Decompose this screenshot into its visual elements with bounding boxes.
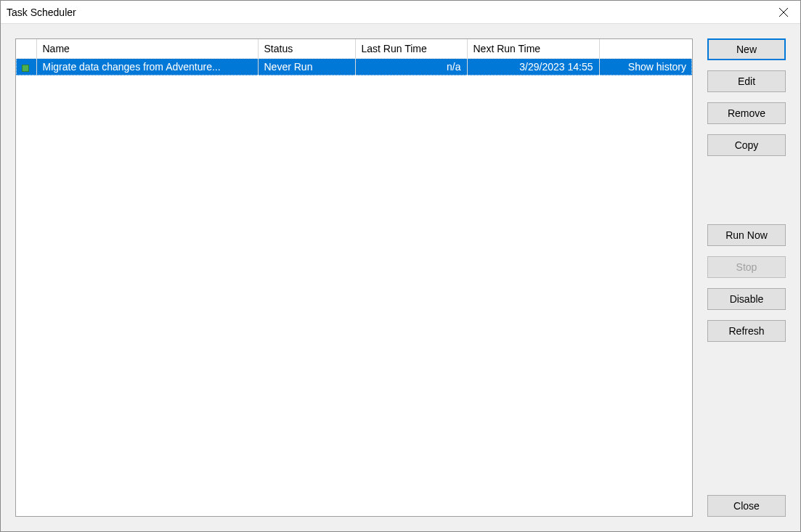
- run-now-button[interactable]: Run Now: [707, 224, 786, 246]
- edit-button[interactable]: Edit: [707, 70, 786, 92]
- copy-button[interactable]: Copy: [707, 134, 786, 156]
- column-header-status[interactable]: Status: [258, 39, 355, 58]
- task-table-container: Name Status Last Run Time Next Run Time …: [15, 38, 693, 517]
- titlebar: Task Scheduler: [1, 1, 800, 24]
- remove-button[interactable]: Remove: [707, 102, 786, 124]
- new-button[interactable]: New: [707, 38, 786, 60]
- task-action-cell: Show history: [599, 58, 692, 75]
- task-scheduler-window: Task Scheduler: [0, 0, 801, 532]
- spacer: [707, 352, 786, 495]
- task-next-run-cell: 3/29/2023 14:55: [467, 58, 599, 75]
- task-status-icon: [22, 65, 29, 72]
- column-header-action[interactable]: [599, 39, 692, 58]
- close-button[interactable]: Close: [707, 495, 786, 517]
- table-header-row: Name Status Last Run Time Next Run Time: [16, 39, 692, 58]
- refresh-button[interactable]: Refresh: [707, 320, 786, 342]
- spacer: [707, 166, 786, 224]
- task-name-cell: Migrate data changes from Adventure...: [36, 58, 258, 75]
- show-history-link[interactable]: Show history: [628, 61, 686, 73]
- column-header-icon[interactable]: [16, 39, 36, 58]
- column-header-last-run[interactable]: Last Run Time: [355, 39, 467, 58]
- window-title: Task Scheduler: [7, 7, 76, 18]
- table-row[interactable]: Migrate data changes from Adventure... N…: [16, 58, 692, 75]
- task-status-icon-cell: [16, 58, 36, 75]
- task-table: Name Status Last Run Time Next Run Time …: [16, 39, 692, 75]
- stop-button: Stop: [707, 256, 786, 278]
- task-status-cell: Never Run: [258, 58, 355, 75]
- content-area: Name Status Last Run Time Next Run Time …: [1, 24, 800, 531]
- close-icon[interactable]: [767, 1, 800, 24]
- column-header-name[interactable]: Name: [36, 39, 258, 58]
- disable-button[interactable]: Disable: [707, 288, 786, 310]
- column-header-next-run[interactable]: Next Run Time: [467, 39, 599, 58]
- task-last-run-cell: n/a: [355, 58, 467, 75]
- button-panel: New Edit Remove Copy Run Now Stop Disabl…: [707, 38, 786, 517]
